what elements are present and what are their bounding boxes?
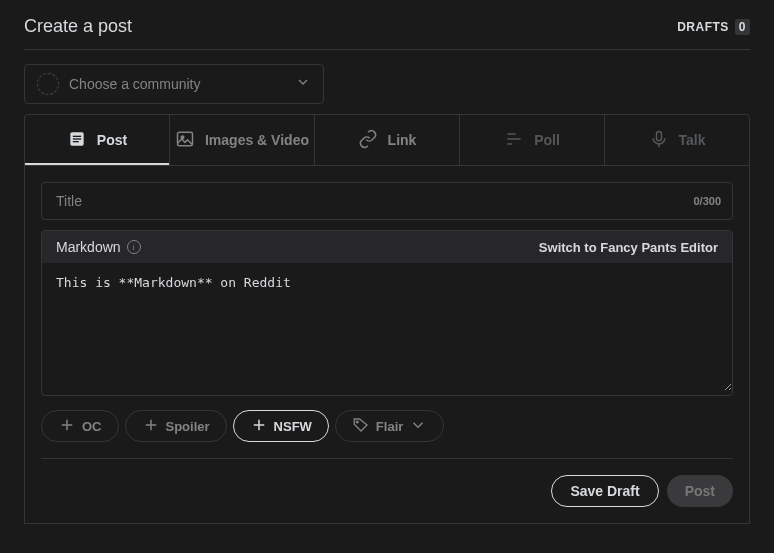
- tag-icon: [352, 416, 370, 437]
- tab-poll-label: Poll: [534, 132, 560, 148]
- save-draft-button[interactable]: Save Draft: [551, 475, 658, 507]
- body-textarea[interactable]: [42, 263, 732, 391]
- image-icon: [175, 129, 195, 152]
- spoiler-tag-button: Spoiler: [125, 410, 227, 442]
- community-select[interactable]: Choose a community: [24, 64, 324, 104]
- drafts-label: DRAFTS: [677, 20, 729, 34]
- chevron-down-icon: [295, 74, 311, 94]
- tab-link[interactable]: Link: [315, 115, 460, 165]
- svg-rect-4: [177, 132, 192, 145]
- svg-rect-2: [73, 138, 81, 139]
- nsfw-label: NSFW: [274, 419, 312, 434]
- tab-post[interactable]: Post: [25, 115, 170, 165]
- spoiler-label: Spoiler: [166, 419, 210, 434]
- title-input[interactable]: [41, 182, 733, 220]
- tab-talk: Talk: [605, 115, 749, 165]
- plus-icon: [142, 416, 160, 437]
- microphone-icon: [649, 129, 669, 152]
- tab-post-label: Post: [97, 132, 127, 148]
- plus-icon: [250, 416, 268, 437]
- oc-tag-button: OC: [41, 410, 119, 442]
- nsfw-tag-button[interactable]: NSFW: [233, 410, 329, 442]
- info-icon[interactable]: i: [127, 240, 141, 254]
- switch-editor-button[interactable]: Switch to Fancy Pants Editor: [539, 240, 718, 255]
- tab-images-label: Images & Video: [205, 132, 309, 148]
- tab-talk-label: Talk: [679, 132, 706, 148]
- flair-label: Flair: [376, 419, 403, 434]
- link-icon: [358, 129, 378, 152]
- editor-mode-label: Markdown: [56, 239, 121, 255]
- svg-rect-9: [656, 131, 661, 140]
- chevron-down-icon: [409, 416, 427, 437]
- plus-icon: [58, 416, 76, 437]
- tab-link-label: Link: [388, 132, 417, 148]
- svg-rect-1: [73, 135, 81, 136]
- title-counter: 0/300: [693, 195, 721, 207]
- svg-rect-3: [73, 141, 79, 142]
- community-avatar-placeholder: [37, 73, 59, 95]
- community-placeholder: Choose a community: [69, 76, 201, 92]
- flair-tag-button: Flair: [335, 410, 444, 442]
- poll-icon: [504, 129, 524, 152]
- post-icon: [67, 129, 87, 152]
- drafts-count-badge: 0: [735, 19, 750, 35]
- page-title: Create a post: [24, 16, 132, 37]
- post-button: Post: [667, 475, 733, 507]
- tab-images[interactable]: Images & Video: [170, 115, 315, 165]
- oc-label: OC: [82, 419, 102, 434]
- tab-poll: Poll: [460, 115, 605, 165]
- svg-point-17: [356, 421, 358, 423]
- drafts-button[interactable]: DRAFTS 0: [677, 19, 750, 35]
